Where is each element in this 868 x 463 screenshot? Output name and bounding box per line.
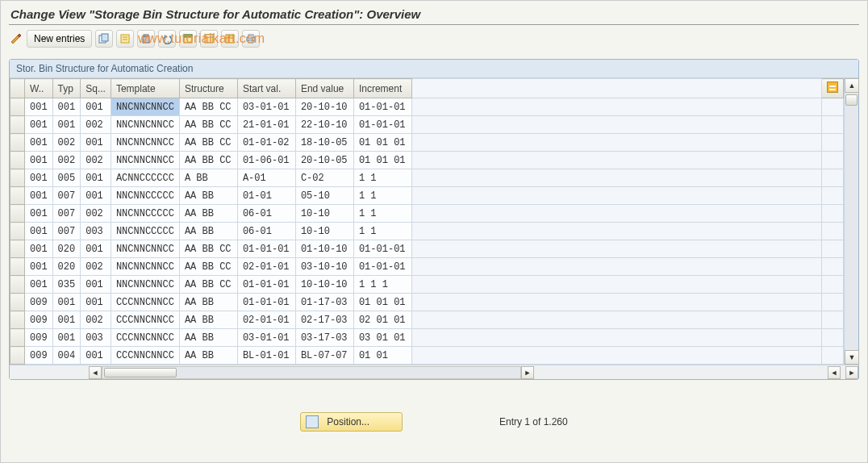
cell-warehouse[interactable]: 001 [25, 223, 53, 240]
cell-spacer[interactable] [411, 347, 821, 365]
cell-startval[interactable]: 01-01-02 [237, 134, 295, 152]
cell-increment[interactable]: 01 01 01 [353, 134, 411, 152]
cell-template[interactable]: ACNNCCCCCC [111, 169, 179, 187]
cell-increment[interactable]: 1 1 [353, 187, 411, 205]
row-selector[interactable] [10, 116, 25, 134]
row-selector[interactable] [10, 276, 25, 294]
col-warehouse[interactable]: W.. [25, 79, 53, 98]
cell-template[interactable]: CCCNNCNNCC [111, 311, 179, 329]
position-button[interactable]: Position... [300, 412, 403, 432]
cell-seq[interactable]: 001 [81, 134, 111, 152]
scroll-left-icon[interactable]: ◄ [89, 366, 102, 379]
table-row[interactable]: 001001002NNCNNCNNCCAA BB CC21-01-0122-10… [10, 116, 844, 134]
cell-endval[interactable]: 20-10-05 [295, 152, 353, 169]
cell-endval[interactable]: 01-10-10 [295, 240, 353, 258]
cell-type[interactable]: 035 [52, 276, 81, 294]
col-increment[interactable]: Increment [353, 79, 411, 98]
cell-type[interactable]: 007 [52, 205, 81, 223]
scroll-down-icon[interactable]: ▼ [845, 350, 859, 365]
cell-endval[interactable]: 18-10-05 [295, 134, 353, 152]
col-structure[interactable]: Structure [179, 79, 237, 98]
cell-seq[interactable]: 001 [81, 276, 111, 294]
configure-columns-icon[interactable] [822, 79, 844, 98]
cell-structure[interactable]: A BB [179, 169, 237, 187]
hscroll-thumb[interactable] [104, 368, 177, 377]
cell-warehouse[interactable]: 001 [25, 98, 53, 116]
cell-increment[interactable]: 1 1 [353, 223, 411, 240]
cell-template[interactable]: NNCNNCNNCC [111, 240, 179, 258]
cell-increment[interactable]: 1 1 [353, 205, 411, 223]
cell-increment[interactable]: 03 01 01 [353, 329, 411, 347]
cell-seq[interactable]: 001 [81, 294, 111, 311]
cell-type[interactable]: 001 [52, 311, 81, 329]
table-row[interactable]: 001002001NNCNNCNNCCAA BB CC01-01-0218-10… [10, 134, 844, 152]
cell-type[interactable]: 007 [52, 187, 81, 205]
cell-endval[interactable]: 01-17-03 [295, 294, 353, 311]
cell-seq[interactable]: 003 [81, 329, 111, 347]
table-row[interactable]: 001007001NNCNNCCCCCAA BB01-0105-10 1 1 [10, 187, 844, 205]
cell-spacer[interactable] [411, 258, 821, 276]
cell-seq[interactable]: 002 [81, 258, 111, 276]
cell-type[interactable]: 007 [52, 223, 81, 240]
cell-config[interactable] [822, 294, 844, 311]
cell-structure[interactable]: AA BB CC [179, 134, 237, 152]
row-selector[interactable] [10, 187, 25, 205]
cell-spacer[interactable] [411, 294, 821, 311]
copy-as-icon[interactable] [95, 30, 113, 48]
cell-spacer[interactable] [411, 276, 821, 294]
cell-startval[interactable]: 06-01 [237, 205, 295, 223]
cell-endval[interactable]: C-02 [295, 169, 353, 187]
cell-increment[interactable]: 01-01-01 [353, 98, 411, 116]
select-all-icon[interactable] [179, 30, 197, 48]
cell-spacer[interactable] [411, 240, 821, 258]
cell-warehouse[interactable]: 009 [25, 294, 53, 311]
table-row[interactable]: 001020001NNCNNCNNCCAA BB CC01-01-0101-10… [10, 240, 844, 258]
cell-increment[interactable]: 01-01-01 [353, 258, 411, 276]
cell-spacer[interactable] [411, 169, 821, 187]
cell-template[interactable]: CCCNNCNNCC [111, 294, 179, 311]
cell-increment[interactable]: 1 1 [353, 169, 411, 187]
cell-warehouse[interactable]: 009 [25, 329, 53, 347]
cell-config[interactable] [822, 258, 844, 276]
scroll-right2-icon[interactable]: ► [845, 366, 858, 379]
cell-seq[interactable]: 002 [81, 152, 111, 169]
cell-type[interactable]: 020 [52, 240, 81, 258]
table-row[interactable]: 009001003CCCNNCNNCC AA BB03-01-0103-17-0… [10, 329, 844, 347]
row-selector[interactable] [10, 240, 25, 258]
cell-type[interactable]: 001 [52, 98, 81, 116]
cell-type[interactable]: 001 [52, 116, 81, 134]
cell-warehouse[interactable]: 001 [25, 169, 53, 187]
cell-startval[interactable]: BL-01-01 [237, 347, 295, 365]
cell-startval[interactable]: 01-01-01 [237, 240, 295, 258]
cell-seq[interactable]: 001 [81, 240, 111, 258]
cell-startval[interactable]: 21-01-01 [237, 116, 295, 134]
cell-seq[interactable]: 002 [81, 116, 111, 134]
cell-warehouse[interactable]: 001 [25, 276, 53, 294]
table-row[interactable]: 001007003NNCNNCCCCCAA BB06-0110-10 1 1 [10, 223, 844, 240]
col-template[interactable]: Template [111, 79, 179, 98]
cell-structure[interactable]: AA BB [179, 223, 237, 240]
cell-startval[interactable]: A-01 [237, 169, 295, 187]
cell-structure[interactable]: AA BB CC [179, 240, 237, 258]
cell-type[interactable]: 001 [52, 294, 81, 311]
cell-endval[interactable]: 20-10-10 [295, 98, 353, 116]
cell-structure[interactable]: AA BB [179, 347, 237, 365]
cell-structure[interactable]: AA BB CC [179, 116, 237, 134]
cell-type[interactable]: 005 [52, 169, 81, 187]
cell-template[interactable]: NNCNNCCCCC [111, 223, 179, 240]
row-selector[interactable] [10, 98, 25, 116]
cell-structure[interactable]: AA BB [179, 205, 237, 223]
cell-startval[interactable]: 01-06-01 [237, 152, 295, 169]
col-endval[interactable]: End value [295, 79, 353, 98]
cell-seq[interactable]: 002 [81, 311, 111, 329]
cell-increment[interactable]: 02 01 01 [353, 311, 411, 329]
table-row[interactable]: 001035001NNCNNCNNCCAA BB CC01-01-0110-10… [10, 276, 844, 294]
table-row[interactable]: 009004001CCCNNCNNCC AA BBBL-01-01BL-07-0… [10, 347, 844, 365]
cell-seq[interactable]: 001 [81, 98, 111, 116]
cell-structure[interactable]: AA BB [179, 329, 237, 347]
cell-structure[interactable]: AA BB [179, 294, 237, 311]
cell-startval[interactable]: 03-01-01 [237, 329, 295, 347]
cell-config[interactable] [822, 205, 844, 223]
col-type[interactable]: Typ [52, 79, 81, 98]
cell-spacer[interactable] [411, 205, 821, 223]
